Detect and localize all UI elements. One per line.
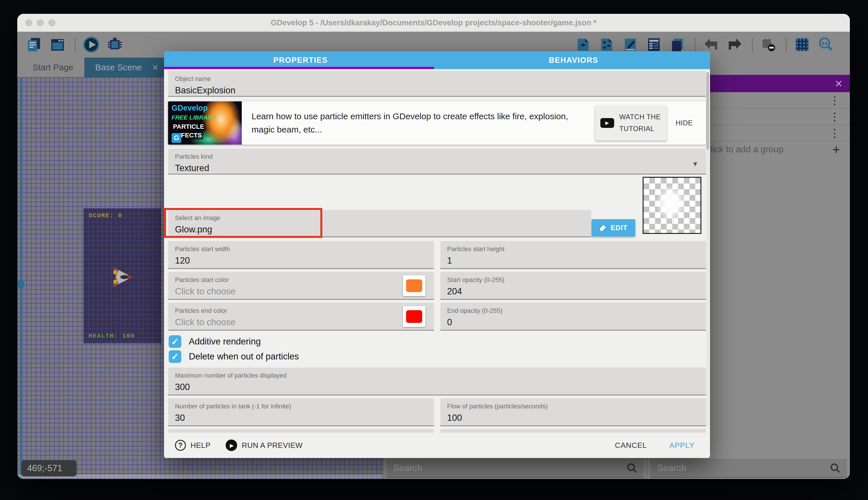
kebab-menu-icon[interactable]: ⋮ [829, 111, 840, 122]
events-list-icon [646, 37, 662, 53]
scene-vertical-scrollbar[interactable] [20, 77, 22, 478]
kebab-menu-icon[interactable]: ⋮ [829, 95, 840, 106]
particles-start-color-field[interactable]: Particles start color Click to choose [168, 272, 434, 300]
additive-rendering-row[interactable]: ✓ Additive rendering [168, 334, 706, 349]
max-emitter-force-field[interactable]: Maximum emitter force applied on particl… [440, 429, 706, 433]
field-value[interactable]: Click to choose [175, 317, 427, 328]
toggle-instances-visibility-button[interactable] [760, 37, 776, 53]
field-value[interactable]: 300 [175, 382, 699, 392]
search-icon [626, 463, 637, 474]
redo-button[interactable] [727, 37, 743, 53]
watch-tutorial-label: WATCH THE TUTORIAL [619, 111, 661, 135]
select-image-field[interactable]: Select an image Glow.png [168, 210, 591, 237]
search-icon [830, 463, 841, 474]
objects-search-input[interactable] [392, 462, 626, 474]
field-value[interactable]: 1 [447, 255, 699, 266]
minimize-window-button[interactable] [37, 19, 44, 26]
undo-button[interactable] [703, 37, 719, 53]
instances-cubes-icon [599, 37, 614, 53]
field-value[interactable]: 100 [447, 413, 699, 423]
run-preview-button[interactable]: ▶ RUN A PREVIEW [224, 439, 305, 451]
objects-search-field[interactable] [386, 459, 644, 478]
tab-behaviors[interactable]: BEHAVIORS [437, 51, 710, 69]
field-value[interactable]: 204 [447, 286, 699, 297]
field-value[interactable]: 30 [175, 413, 427, 423]
particles-start-width-field[interactable]: Particles start width 120 [168, 241, 434, 269]
zoom-reset-button[interactable]: 1:1 [818, 37, 834, 53]
field-value[interactable]: 0 [447, 317, 699, 328]
dialog-tabs: PROPERTIES BEHAVIORS [164, 51, 710, 69]
toolbar-divider [752, 37, 753, 52]
thumb-title: GDevelop [172, 104, 208, 113]
redo-arrow-icon [727, 37, 742, 53]
end-opacity-field[interactable]: End opacity (0-255) 0 [440, 303, 706, 331]
apply-button[interactable]: APPLY [668, 441, 696, 450]
tab-properties[interactable]: PROPERTIES [164, 51, 437, 69]
project-manager-button[interactable] [26, 37, 42, 53]
field-value[interactable]: BasicExplosion [175, 85, 699, 95]
tab-base-scene[interactable]: Base Scene × [84, 58, 169, 77]
run-preview-label: RUN A PREVIEW [242, 441, 303, 450]
field-label: Particles start height [447, 246, 699, 253]
instances-list-button[interactable] [599, 37, 615, 53]
groups-search-input[interactable] [656, 462, 830, 474]
traffic-lights [25, 19, 55, 26]
dialog-scrollbar-thumb[interactable] [706, 72, 709, 150]
scene-scrollbar-handle[interactable] [17, 281, 25, 288]
kebab-menu-icon[interactable]: ⋮ [829, 128, 840, 138]
edit-scene-properties-button[interactable] [622, 37, 638, 53]
field-label: Start opacity (0-255) [447, 276, 699, 284]
pencil-document-icon [622, 37, 638, 53]
debug-chip-icon [107, 37, 123, 53]
field-label: End opacity (0-255) [447, 307, 699, 315]
cursor-coordinates-badge: 469;-571 [21, 460, 77, 476]
particles-flow-field[interactable]: Flow of particles (particles/seconds) 10… [440, 398, 706, 426]
start-opacity-field[interactable]: Start opacity (0-255) 204 [440, 272, 706, 300]
watch-tutorial-button[interactable]: ▶ WATCH THE TUTORIAL [595, 105, 667, 140]
field-value[interactable]: Glow.png [175, 224, 584, 235]
toolbar-divider [786, 37, 787, 52]
start-color-swatch[interactable] [403, 275, 425, 296]
image-selector-block: EDIT Select an image Glow.png [168, 177, 706, 239]
particles-end-color-field[interactable]: Particles end color Click to choose [168, 303, 434, 331]
tab-start-page[interactable]: Start Page [22, 58, 84, 77]
layers-button[interactable] [669, 37, 685, 53]
groups-search-field[interactable] [650, 459, 847, 478]
chevron-down-icon[interactable]: ▼ [692, 160, 699, 168]
edit-image-button[interactable]: EDIT [591, 219, 635, 237]
end-color-swatch[interactable] [403, 306, 425, 327]
open-events-sheet-button[interactable] [646, 37, 662, 53]
tutorial-thumbnail[interactable]: GDevelop FREE LIBRARY PARTICLE EFFECTS G [168, 101, 242, 145]
close-panel-icon[interactable]: × [835, 77, 842, 90]
field-value[interactable]: Textured [175, 163, 699, 173]
zoom-one-to-one-icon: 1:1 [818, 36, 834, 53]
particles-tank-field[interactable]: Number of particles in tank (-1 for infi… [168, 398, 434, 426]
field-value[interactable]: Click to choose [175, 286, 427, 297]
launch-preview-button[interactable] [83, 37, 99, 53]
help-button[interactable]: ? HELP [173, 440, 212, 451]
object-name-field[interactable]: Object name BasicExplosion [168, 71, 706, 97]
close-window-button[interactable] [25, 19, 32, 26]
field-label: Particles kind [175, 153, 699, 160]
debugger-button[interactable] [107, 37, 123, 53]
open-project-window-button[interactable] [49, 37, 66, 53]
maximize-window-button[interactable] [48, 19, 55, 26]
field-value[interactable]: 120 [175, 255, 427, 266]
min-emitter-force-field[interactable]: Minimum emitter force applied on particl… [168, 429, 434, 433]
field-label: Maximum number of particles displayed [175, 372, 699, 379]
checkbox-checked-icon[interactable]: ✓ [169, 335, 181, 348]
hide-banner-button[interactable]: HIDE [674, 119, 694, 127]
particles-start-height-field[interactable]: Particles start height 1 [440, 241, 706, 269]
toolbar-divider [695, 37, 696, 52]
dialog-scrollbar[interactable] [706, 72, 709, 426]
particles-kind-select[interactable]: Particles kind Textured ▼ [168, 149, 706, 174]
cancel-button[interactable]: CANCEL [613, 441, 649, 450]
checkbox-checked-icon[interactable]: ✓ [169, 350, 181, 363]
max-particles-field[interactable]: Maximum number of particles displayed 30… [168, 367, 706, 396]
delete-when-out-row[interactable]: ✓ Delete when out of particles [168, 349, 706, 364]
toggle-grid-button[interactable] [794, 37, 810, 53]
plus-icon: + [832, 143, 840, 156]
add-object-button[interactable] [575, 37, 591, 53]
close-tab-icon[interactable]: × [152, 62, 158, 72]
field-label: Select an image [175, 214, 584, 222]
